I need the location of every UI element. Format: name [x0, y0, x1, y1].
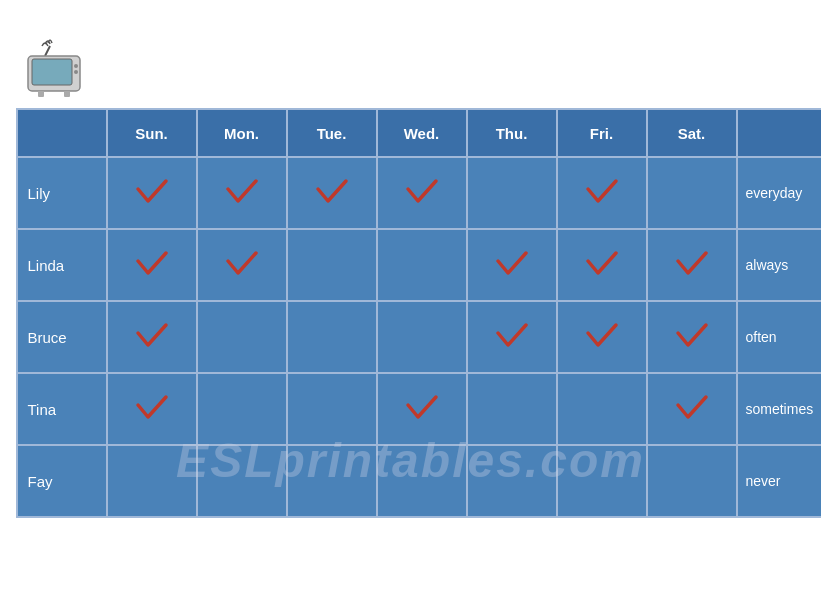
check-thu [467, 157, 557, 229]
check-fri [557, 229, 647, 301]
check-mon [197, 445, 287, 517]
checkmark-icon [674, 393, 710, 423]
checkmark-icon [494, 321, 530, 351]
tv-icon [20, 38, 90, 98]
check-mon [197, 373, 287, 445]
header-sun: Sun. [107, 109, 197, 157]
check-thu [467, 229, 557, 301]
svg-rect-2 [32, 59, 72, 85]
person-name: Linda [17, 229, 107, 301]
checkmark-icon [134, 177, 170, 207]
check-tue [287, 445, 377, 517]
table-row: Tina sometimes [17, 373, 822, 445]
header-fri: Fri. [557, 109, 647, 157]
person-name: Lily [17, 157, 107, 229]
checkmark-icon [134, 393, 170, 423]
check-mon [197, 301, 287, 373]
checkmark-icon [494, 249, 530, 279]
checkmark-icon [134, 249, 170, 279]
check-mon [197, 229, 287, 301]
svg-rect-3 [38, 91, 44, 97]
svg-point-6 [74, 70, 78, 74]
check-sat [647, 229, 737, 301]
check-wed [377, 229, 467, 301]
checkmark-icon [584, 249, 620, 279]
check-thu [467, 301, 557, 373]
svg-rect-4 [64, 91, 70, 97]
checkmark-icon [674, 321, 710, 351]
table-row: Bruce often [17, 301, 822, 373]
check-fri [557, 445, 647, 517]
checkmark-icon [134, 321, 170, 351]
table-row: Faynever [17, 445, 822, 517]
frequency-label: always [737, 229, 822, 301]
frequency-label: often [737, 301, 822, 373]
person-name: Bruce [17, 301, 107, 373]
check-tue [287, 229, 377, 301]
check-fri [557, 301, 647, 373]
header-name [17, 109, 107, 157]
header-wed: Wed. [377, 109, 467, 157]
check-sat [647, 445, 737, 517]
checkmark-icon [314, 177, 350, 207]
check-tue [287, 157, 377, 229]
check-sun [107, 373, 197, 445]
check-sun [107, 445, 197, 517]
table-row: Linda always [17, 229, 822, 301]
check-wed [377, 157, 467, 229]
check-tue [287, 301, 377, 373]
check-fri [557, 373, 647, 445]
check-sun [107, 301, 197, 373]
checkmark-icon [404, 177, 440, 207]
check-sun [107, 157, 197, 229]
frequency-label: everyday [737, 157, 822, 229]
header-tue: Tue. [287, 109, 377, 157]
checkmark-icon [584, 177, 620, 207]
check-fri [557, 157, 647, 229]
checkmark-icon [584, 321, 620, 351]
checkmark-icon [224, 177, 260, 207]
person-name: Fay [17, 445, 107, 517]
svg-line-0 [45, 46, 50, 56]
checkmark-icon [404, 393, 440, 423]
check-mon [197, 157, 287, 229]
person-name: Tina [17, 373, 107, 445]
check-wed [377, 445, 467, 517]
check-sat [647, 373, 737, 445]
check-sat [647, 301, 737, 373]
check-thu [467, 445, 557, 517]
check-thu [467, 373, 557, 445]
check-sat [647, 157, 737, 229]
schedule-table: Sun. Mon. Tue. Wed. Thu. Fri. Sat. Lily [16, 108, 822, 518]
check-wed [377, 373, 467, 445]
frequency-label: never [737, 445, 822, 517]
checkmark-icon [674, 249, 710, 279]
header-mon: Mon. [197, 109, 287, 157]
check-tue [287, 373, 377, 445]
frequency-label: sometimes [737, 373, 822, 445]
header-sat: Sat. [647, 109, 737, 157]
header-freq [737, 109, 822, 157]
check-sun [107, 229, 197, 301]
table-row: Lily everyday [17, 157, 822, 229]
check-wed [377, 301, 467, 373]
svg-point-5 [74, 64, 78, 68]
header-thu: Thu. [467, 109, 557, 157]
checkmark-icon [224, 249, 260, 279]
